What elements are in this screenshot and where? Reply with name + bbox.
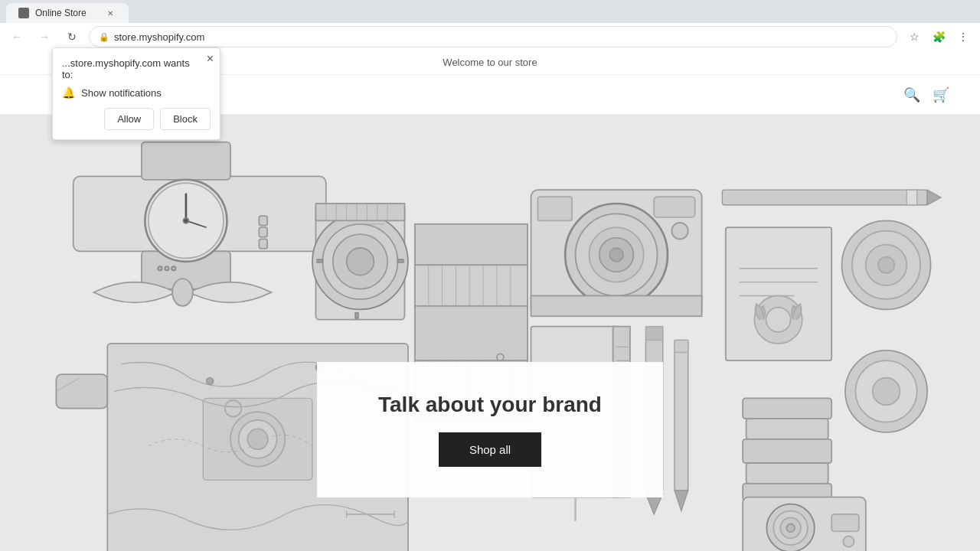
svg-point-85	[873, 378, 900, 406]
svg-point-116	[786, 523, 795, 532]
svg-point-9	[158, 266, 162, 270]
svg-rect-12	[259, 216, 267, 225]
browser-tabs-bar: Online Store ✕	[0, 0, 980, 23]
svg-rect-16	[56, 374, 107, 409]
extension-button[interactable]: 🧩	[928, 26, 949, 47]
svg-rect-30	[398, 259, 403, 262]
svg-rect-70	[722, 190, 927, 205]
svg-rect-106	[743, 398, 831, 419]
bookmark-button[interactable]: ☆	[903, 26, 925, 47]
svg-rect-2	[142, 142, 230, 180]
svg-rect-109	[746, 463, 828, 484]
svg-rect-72	[906, 190, 916, 205]
svg-point-15	[172, 279, 193, 306]
hero-title: Talk about your brand	[378, 393, 602, 417]
svg-rect-67	[537, 197, 572, 220]
svg-point-10	[165, 266, 168, 270]
svg-rect-108	[743, 439, 831, 463]
search-icon[interactable]: 🔍	[903, 86, 920, 103]
hero-section: Talk about your brand Shop all	[0, 115, 980, 551]
svg-point-82	[878, 257, 894, 273]
topbar-text: Welcome to our store	[443, 57, 537, 68]
back-button[interactable]: ←	[6, 26, 28, 47]
svg-point-125	[207, 378, 214, 385]
svg-rect-41	[415, 224, 528, 266]
svg-rect-43	[415, 306, 528, 360]
lock-icon: 🔒	[99, 32, 109, 42]
svg-rect-69	[531, 295, 702, 316]
menu-button[interactable]: ⋮	[952, 26, 974, 47]
svg-point-26	[347, 248, 374, 276]
svg-point-78	[766, 308, 790, 332]
browser-tab[interactable]: Online Store ✕	[6, 3, 129, 23]
svg-rect-117	[831, 514, 859, 531]
svg-point-118	[843, 536, 854, 547]
permission-text: Show notifications	[81, 87, 162, 99]
svg-marker-71	[927, 190, 941, 205]
forward-button[interactable]: →	[34, 26, 55, 47]
tab-title: Online Store	[35, 8, 98, 18]
svg-point-11	[172, 266, 175, 270]
block-button[interactable]: Block	[160, 108, 211, 130]
svg-rect-103	[675, 340, 688, 490]
svg-point-8	[183, 218, 188, 223]
address-bar[interactable]: 🔒 store.myshopify.com	[89, 26, 897, 47]
hero-content-card: Talk about your brand Shop all	[317, 362, 663, 497]
svg-rect-102	[645, 327, 662, 341]
svg-rect-14	[259, 239, 267, 248]
svg-rect-28	[355, 313, 358, 318]
bell-icon: 🔔	[62, 86, 75, 99]
svg-point-68	[671, 223, 688, 239]
allow-button[interactable]: Allow	[104, 108, 154, 130]
svg-rect-13	[259, 227, 267, 236]
svg-point-124	[225, 400, 241, 416]
cart-icon[interactable]: 🛒	[933, 86, 949, 103]
shop-all-button[interactable]: Shop all	[439, 432, 541, 467]
nav-icons: 🔍 🛒	[903, 86, 949, 103]
browser-chrome: Online Store ✕ ← → ↻ 🔒 store.myshopify.c…	[0, 0, 980, 51]
popup-buttons: Allow Block	[62, 108, 211, 130]
svg-rect-107	[746, 419, 828, 439]
notification-popup: × ...store.myshopify.com wants to: 🔔 Sho…	[52, 47, 220, 140]
popup-title: ...store.myshopify.com wants to:	[62, 57, 211, 80]
address-text: store.myshopify.com	[114, 31, 887, 43]
tab-close-icon[interactable]: ✕	[104, 7, 116, 19]
popup-permission-row: 🔔 Show notifications	[62, 86, 211, 99]
reload-button[interactable]: ↻	[61, 26, 83, 47]
svg-point-66	[609, 248, 623, 262]
svg-point-123	[247, 429, 268, 449]
svg-rect-61	[654, 197, 695, 217]
browser-action-buttons: ☆ 🧩 ⋮	[903, 26, 974, 47]
svg-rect-29	[317, 259, 322, 262]
svg-rect-32	[315, 204, 404, 220]
svg-point-52	[497, 354, 504, 360]
popup-close-button[interactable]: ×	[207, 53, 214, 65]
svg-rect-105	[675, 340, 688, 352]
browser-toolbar: ← → ↻ 🔒 store.myshopify.com ☆ 🧩 ⋮	[0, 23, 980, 51]
tab-favicon	[18, 8, 29, 18]
